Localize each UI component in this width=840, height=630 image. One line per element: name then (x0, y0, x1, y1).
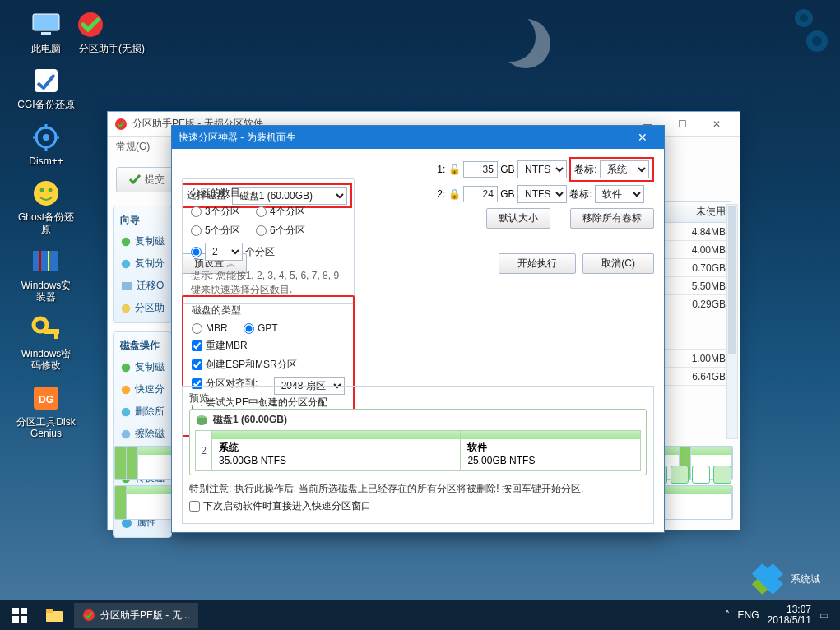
close-button[interactable]: ✕ (700, 114, 733, 134)
preview-partition-1[interactable]: 系统 35.00GB NTFS (212, 431, 461, 470)
wizard-panel: 向导 复制磁 复制分 迁移O 分区助 (113, 206, 172, 323)
disk-type-title: 磁盘的类型 (192, 303, 345, 317)
desktop-icon-ghost-backup[interactable]: Ghost备份还原 (16, 178, 76, 235)
desktop-icon-win-pwd[interactable]: Windows密码修改 (16, 315, 76, 372)
svg-point-11 (49, 188, 53, 192)
check-next-launch[interactable]: 下次启动软件时直接进入快速分区窗口 (189, 499, 371, 513)
svg-point-33 (122, 429, 131, 438)
radio-mbr[interactable]: MBR (192, 322, 228, 334)
diskop-item[interactable]: 快速分 (114, 378, 171, 401)
dialog-close-icon[interactable]: ✕ (628, 131, 657, 144)
preview-disk-box: 磁盘1 (60.00GB) 2 系统 35.00GB NTFS 软件 25.00… (189, 409, 647, 475)
svg-rect-43 (12, 608, 19, 614)
svg-rect-1 (41, 32, 51, 35)
svg-rect-2 (35, 69, 58, 92)
cancel-button[interactable]: 取消(C) (582, 253, 654, 274)
svg-text:DG: DG (39, 394, 53, 405)
part-count-title: 分区的数目 (191, 186, 346, 200)
svg-point-31 (122, 385, 131, 394)
svg-point-29 (122, 303, 131, 313)
svg-point-30 (122, 363, 131, 372)
lock-icon[interactable]: 🔒 (448, 188, 461, 200)
custom-parts-select[interactable]: 2 (205, 243, 243, 261)
check-rebuild-mbr[interactable]: 重建MBR (192, 339, 248, 353)
wizard-item[interactable]: 复制分 (114, 252, 171, 275)
row1-label-group: 卷标: 系统 (569, 157, 654, 182)
taskbar-explorer-icon[interactable] (38, 603, 71, 628)
svg-point-49 (83, 609, 95, 621)
vertical-scrollbar[interactable] (726, 204, 738, 439)
wizard-item[interactable]: 迁移O (114, 275, 171, 297)
preview-title: 预览 (189, 391, 647, 405)
start-button[interactable]: 开始执行 (499, 253, 576, 274)
desktop-icon-partition-assist[interactable]: 分区助手(无损) (76, 10, 148, 54)
tray-ime[interactable]: ENG (738, 609, 759, 621)
desktop-gears-widget (792, 5, 835, 58)
desktop-icon-diskgenius[interactable]: DG分区工具DiskGenius (16, 383, 76, 440)
svg-rect-17 (54, 334, 58, 339)
taskbar: 分区助手PE版 - 无... ˄ ENG 13:07 2018/5/11 ▭ (0, 600, 840, 630)
taskbar-running-app[interactable]: 分区助手PE版 - 无... (74, 603, 198, 628)
row1-index: 1: (437, 164, 445, 175)
preview-index: 2 (196, 431, 212, 470)
submit-button[interactable]: 提交 (116, 167, 177, 192)
row2-index: 2: (437, 188, 445, 200)
row1-label-select[interactable]: 系统 (600, 160, 649, 178)
desktop-icon-this-pc[interactable]: 此电脑 (16, 10, 76, 54)
svg-rect-12 (33, 251, 58, 271)
row2-fs-select[interactable]: NTFS (517, 185, 567, 203)
remove-labels-button[interactable]: 移除所有卷标 (570, 208, 654, 229)
radio-gpt[interactable]: GPT (244, 322, 278, 334)
wizard-item[interactable]: 复制磁 (114, 230, 171, 252)
row1-size-input[interactable] (463, 161, 498, 178)
svg-point-10 (40, 188, 44, 192)
default-size-button[interactable]: 默认大小 (486, 208, 550, 229)
wizard-item[interactable]: 分区助 (114, 297, 171, 319)
bgwin-right-column: 未使用 4.84MB 4.00MB 0.70GB 5.50MB 0.29GB 1… (661, 201, 731, 386)
svg-rect-44 (21, 608, 27, 614)
maximize-button[interactable]: ☐ (666, 114, 698, 134)
svg-rect-28 (122, 282, 132, 290)
radio-custom-parts[interactable]: 2 个分区 (191, 243, 275, 261)
preview-partition-2[interactable]: 软件 25.00GB NTFS (461, 431, 640, 470)
unlock-icon[interactable]: 🔓 (448, 164, 461, 175)
svg-point-24 (812, 36, 822, 46)
radio-4parts[interactable]: 4个分区 (256, 205, 305, 219)
diskop-item[interactable]: 复制磁 (114, 356, 171, 378)
disk-icon (195, 414, 208, 427)
hint-text: 提示: 您能按1, 2, 3, 4, 5, 6, 7, 8, 9键来快速选择分区… (191, 269, 346, 297)
radio-5parts[interactable]: 5个分区 (191, 224, 240, 238)
quick-partition-dialog: 快速分区神器 - 为装机而生 ✕ 选择磁盘: 磁盘1 (60.00GB) 1: … (171, 125, 665, 533)
svg-rect-45 (12, 616, 19, 623)
desktop-icon-dism[interactable]: Dism++ (16, 123, 76, 167)
svg-point-32 (122, 407, 131, 416)
svg-rect-16 (44, 329, 59, 334)
svg-point-4 (43, 134, 49, 141)
svg-rect-0 (33, 14, 59, 30)
tray-up-icon[interactable]: ˄ (725, 609, 730, 621)
svg-rect-48 (46, 609, 53, 613)
app-icon (114, 118, 128, 131)
svg-point-27 (122, 259, 131, 268)
dialog-title: 快速分区神器 - 为装机而生 (179, 131, 296, 145)
svg-rect-13 (39, 251, 41, 271)
diskop-item[interactable]: 删除所 (114, 401, 171, 423)
svg-point-9 (34, 181, 58, 206)
tray-clock[interactable]: 13:07 2018/5/11 (768, 605, 811, 626)
svg-rect-46 (21, 616, 27, 623)
svg-point-23 (800, 14, 808, 22)
desktop-icon-cgi-backup[interactable]: CGI备份还原 (16, 66, 76, 110)
xitongcheng-logo: 系统城 (751, 563, 820, 595)
warning-note: 特别注意: 执行此操作后, 当前所选磁盘上已经存在的所有分区将被删除! 按回车键… (189, 482, 647, 496)
row1-fs-select[interactable]: NTFS (517, 160, 567, 178)
desktop-icon-win-installer[interactable]: Windows安装器 (16, 247, 76, 303)
row2-size-input[interactable] (463, 186, 498, 202)
menu-general[interactable]: 常规(G) (116, 141, 150, 152)
svg-point-25 (115, 118, 127, 130)
row2-label-select[interactable]: 软件 (595, 185, 644, 203)
check-create-esp[interactable]: 创建ESP和MSR分区 (192, 358, 297, 372)
tray-notifications-icon[interactable]: ▭ (819, 609, 828, 621)
start-button[interactable] (5, 604, 35, 627)
radio-3parts[interactable]: 3个分区 (191, 205, 240, 219)
radio-6parts[interactable]: 6个分区 (256, 224, 305, 238)
